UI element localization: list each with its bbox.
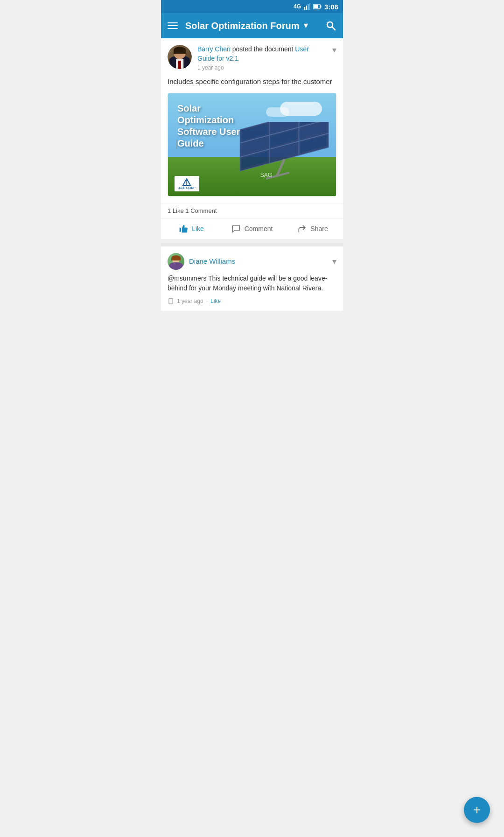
comment-icon [231,224,241,233]
post-card: Barry Chen posted the document User Guid… [161,38,343,239]
app-header: Solar Optimization Forum ▼ [161,13,343,38]
signal-icon [304,3,310,10]
svg-rect-1 [306,6,307,10]
solar-panel-graphic [230,122,334,184]
share-button[interactable]: Share [282,218,343,239]
comment-button[interactable]: Comment [222,218,282,239]
battery-icon [313,4,322,9]
forum-title: Solar Optimization Forum ▼ [185,21,325,31]
like-label: Like [192,225,204,232]
comment-body-text: @msummers This technical guide will be a… [168,274,336,293]
network-indicator: 4G [294,3,301,10]
svg-rect-0 [304,7,305,10]
document-image: Solar Optimization Software User Guide A… [168,93,336,196]
post-stats: 1 Like 1 Comment [161,203,343,218]
post-timestamp: 1 year ago [197,64,325,71]
comment-card: Diane Williams ▾ @msummers This technica… [161,246,343,311]
post-meta: Barry Chen posted the document User Guid… [197,45,325,71]
comment-like-link[interactable]: Like [210,298,221,304]
sag-label: SAG [260,172,272,178]
comment-timestamp: 1 year ago [177,298,203,304]
dropdown-chevron[interactable]: ▼ [302,21,309,30]
commenter-avatar[interactable] [168,253,184,270]
time-display: 3:06 [324,3,338,11]
comment-label: Comment [245,225,273,232]
action-bar: Like Comment Share [161,218,343,239]
svg-rect-5 [314,5,318,8]
share-label: Share [310,225,328,232]
commenter-name[interactable]: Diane Williams [189,257,326,265]
like-button[interactable]: Like [161,218,222,239]
document-thumbnail[interactable]: Solar Optimization Software User Guide A… [168,93,336,197]
post-header: Barry Chen posted the document User Guid… [161,38,343,71]
section-divider [161,243,343,246]
svg-rect-2 [308,4,309,10]
share-icon [297,224,307,233]
svg-rect-3 [309,3,310,10]
title-text: Solar Optimization Forum [185,21,299,31]
post-meta-text: Barry Chen posted the document User Guid… [197,45,325,63]
comments-count: 1 Comment [185,207,217,214]
comment-header: Diane Williams ▾ [168,253,336,270]
author-avatar[interactable] [168,45,192,69]
likes-count: 1 Like [168,207,184,214]
comment-options-chevron[interactable]: ▾ [332,256,336,267]
post-author-name[interactable]: Barry Chen [197,45,231,53]
hamburger-menu-button[interactable] [168,22,178,29]
comment-footer: 1 year ago · Like [168,298,336,304]
thumbs-up-icon [179,224,188,233]
status-bar: 4G 3:06 [161,0,343,13]
post-action-text: posted the document [231,45,295,53]
svg-rect-6 [320,6,321,8]
company-logo: ACE CORP [175,176,199,191]
post-options-chevron[interactable]: ▾ [332,45,336,55]
search-icon[interactable] [325,20,336,31]
post-body-text: Includes specific configuration steps fo… [161,71,343,93]
mobile-device-icon [168,298,174,304]
svg-line-8 [332,27,335,30]
svg-rect-28 [169,298,173,304]
